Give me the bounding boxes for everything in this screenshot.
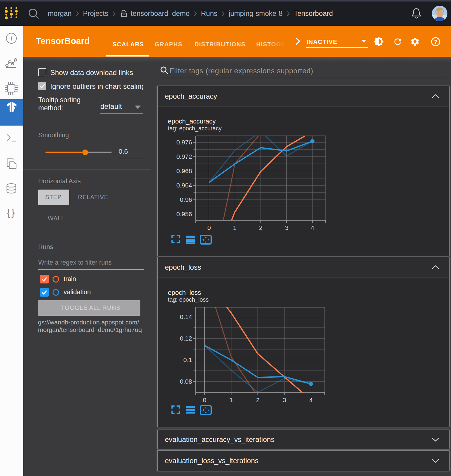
svg-text:0.12: 0.12 — [180, 335, 192, 342]
svg-text:0.08: 0.08 — [180, 378, 192, 385]
svg-text:0: 0 — [203, 396, 206, 403]
svg-text:0.1: 0.1 — [183, 356, 192, 363]
svg-text:2: 2 — [256, 396, 260, 403]
svg-text:1: 1 — [229, 396, 233, 403]
svg-text:4: 4 — [309, 396, 313, 403]
svg-text:3: 3 — [283, 396, 286, 403]
svg-text:0.14: 0.14 — [180, 313, 192, 320]
